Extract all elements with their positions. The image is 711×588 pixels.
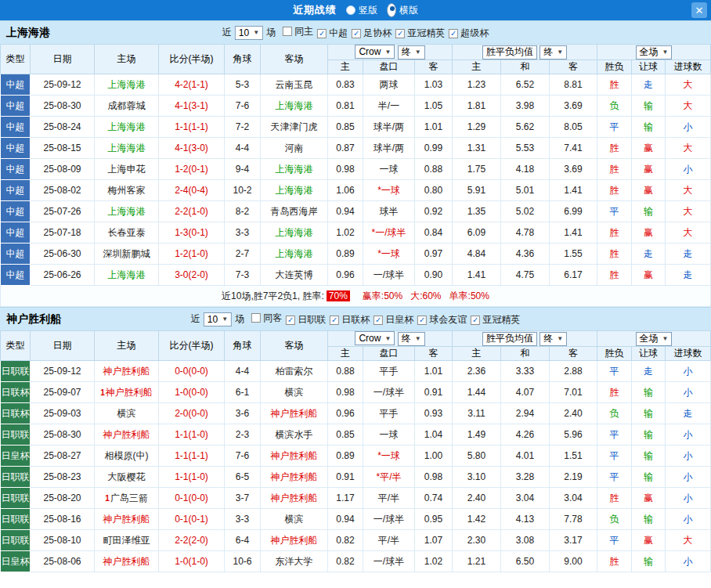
home-team[interactable]: 相模原(中) [95, 446, 159, 467]
home-team[interactable]: 神户胜利船 [95, 424, 159, 446]
away-team[interactable]: 东洋大学 [261, 551, 328, 572]
odds-stage-select[interactable]: 终▼ [398, 332, 425, 346]
score[interactable]: 1-0(1-0) [159, 551, 225, 572]
avg-away-odds: 1.41 [550, 222, 597, 243]
score[interactable]: 4-2(1-1) [159, 74, 225, 96]
filter-checkbox-同主[interactable]: 同主 [283, 25, 313, 38]
result-goals: 小 [666, 467, 711, 488]
team-name: 柏雷索尔 [276, 366, 313, 377]
home-team[interactable]: 1广岛三箭 [95, 488, 159, 509]
away-team[interactable]: 上海海港 [261, 243, 328, 265]
score[interactable]: 0-0(0-0) [159, 361, 225, 382]
score[interactable]: 1-1(1-0) [159, 424, 225, 446]
home-team[interactable]: 上海海港 [95, 138, 159, 159]
match-count-select[interactable]: 10 ▼ [204, 312, 232, 326]
home-team[interactable]: 町田泽维亚 [95, 530, 159, 551]
home-team[interactable]: 横滨 [95, 403, 159, 424]
away-team[interactable]: 上海海港 [261, 222, 328, 243]
filter-checkbox-日联杯[interactable]: ✓日联杯 [330, 313, 370, 326]
filter-checkbox-同客[interactable]: 同客 [251, 312, 282, 325]
home-team[interactable]: 神户胜利船 [95, 551, 159, 572]
scope-select[interactable]: 全场▼ [636, 45, 673, 60]
checkbox-unchecked-icon [283, 27, 292, 36]
home-team[interactable]: 上海海港 [95, 74, 159, 96]
away-team[interactable]: 神户胜利船 [261, 446, 328, 467]
avg-away-odds: 7.41 [550, 138, 597, 159]
home-team[interactable]: 1神户胜利船 [95, 382, 159, 403]
score[interactable]: 1-2(1-0) [159, 243, 225, 265]
away-team[interactable]: 上海海港 [261, 96, 328, 117]
avg-odds-value: 胜平负均值 [486, 45, 533, 59]
away-team[interactable]: 上海海港 [261, 180, 328, 201]
score[interactable]: 2-4(0-4) [159, 180, 225, 201]
score[interactable]: 1-0(0-0) [159, 382, 225, 403]
away-team[interactable]: 神户胜利船 [261, 488, 328, 509]
home-team[interactable]: 大阪樱花 [95, 467, 159, 488]
score[interactable]: 3-0(2-0) [159, 265, 225, 286]
away-team[interactable]: 横滨 [261, 509, 328, 530]
avg-away-odds: 3.17 [550, 530, 597, 551]
match-count-select[interactable]: 10 ▼ [235, 26, 263, 40]
home-team[interactable]: 成都蓉城 [95, 96, 159, 117]
avg-stage-select[interactable]: 终▼ [540, 332, 567, 346]
avg-stage-select[interactable]: 终▼ [540, 45, 567, 60]
away-team[interactable]: 神户胜利船 [261, 403, 328, 424]
score[interactable]: 1-1(1-1) [159, 117, 225, 138]
layout-radio-vertical[interactable]: 竖版 [346, 4, 377, 17]
home-team[interactable]: 梅州客家 [95, 180, 159, 201]
filter-checkbox-亚冠精英[interactable]: ✓亚冠精英 [471, 313, 520, 326]
filter-checkbox-超级杯[interactable]: ✓超级杯 [449, 27, 489, 40]
score[interactable]: 1-1(1-0) [159, 467, 225, 488]
away-team[interactable]: 神户胜利船 [261, 530, 328, 551]
score[interactable]: 1-3(0-1) [159, 222, 225, 243]
away-team[interactable]: 上海海港 [261, 159, 328, 180]
home-team[interactable]: 上海申花 [95, 159, 159, 180]
away-team[interactable]: 柏雷索尔 [261, 361, 328, 382]
away-team[interactable]: 横滨水手 [261, 424, 328, 446]
avg-draw-odds: 4.07 [501, 382, 550, 403]
filter-checkbox-球会友谊[interactable]: ✓球会友谊 [417, 313, 467, 326]
score[interactable]: 1-1(1-1) [159, 446, 225, 467]
home-team[interactable]: 深圳新鹏城 [95, 243, 159, 265]
home-team[interactable]: 神户胜利船 [95, 361, 159, 382]
away-team[interactable]: 河南 [261, 138, 328, 159]
away-team[interactable]: 横滨 [261, 382, 328, 403]
score[interactable]: 0-1(0-0) [159, 488, 225, 509]
layout-radio-horizontal[interactable]: 横版 [387, 3, 418, 17]
odds-stage-select[interactable]: 终▼ [398, 45, 425, 60]
avg-odds-select[interactable]: 胜平负均值 [482, 332, 537, 346]
home-team[interactable]: 上海海港 [95, 201, 159, 222]
home-team[interactable]: 长春亚泰 [95, 222, 159, 243]
col-away: 客场 [261, 331, 328, 361]
score[interactable]: 2-2(2-0) [159, 530, 225, 551]
filter-checkbox-日职联[interactable]: ✓日职联 [286, 313, 326, 326]
score[interactable]: 1-2(0-1) [159, 159, 225, 180]
score[interactable]: 0-1(0-1) [159, 509, 225, 530]
corners: 7-3 [225, 265, 261, 286]
competition-badge: 中超 [1, 243, 31, 265]
filter-checkbox-日皇杯[interactable]: ✓日皇杯 [374, 313, 413, 326]
score[interactable]: 2-2(1-0) [159, 201, 225, 222]
home-team[interactable]: 上海海港 [95, 265, 159, 286]
away-team[interactable]: 云南玉昆 [261, 74, 328, 96]
away-team[interactable]: 青岛西海岸 [261, 201, 328, 222]
away-team[interactable]: 大连英博 [261, 265, 328, 286]
filter-checkbox-亚冠精英[interactable]: ✓亚冠精英 [395, 27, 445, 40]
filter-checkbox-足协杯[interactable]: ✓足协杯 [352, 27, 392, 40]
close-button[interactable]: ✕ [691, 2, 707, 18]
filter-checkbox-中超[interactable]: ✓中超 [317, 27, 348, 40]
odds-company-select[interactable]: Crow▼ [355, 331, 395, 345]
scope-select[interactable]: 全场▼ [636, 332, 673, 346]
away-team[interactable]: 神户胜利船 [261, 467, 328, 488]
score[interactable]: 4-1(3-0) [159, 138, 225, 159]
odds-company-select[interactable]: Crow▼ [355, 45, 395, 59]
section-team-name: 神户胜利船 [6, 312, 61, 326]
home-team[interactable]: 上海海港 [95, 117, 159, 138]
avg-odds-select[interactable]: 胜平负均值 [482, 45, 537, 60]
home-team[interactable]: 神户胜利船 [95, 509, 159, 530]
score[interactable]: 4-1(3-1) [159, 96, 225, 117]
handicap-line: 球半/两 [363, 138, 415, 159]
team-name: 横滨水手 [276, 429, 313, 440]
away-team[interactable]: 天津津门虎 [261, 117, 328, 138]
score[interactable]: 2-0(0-0) [159, 403, 225, 424]
